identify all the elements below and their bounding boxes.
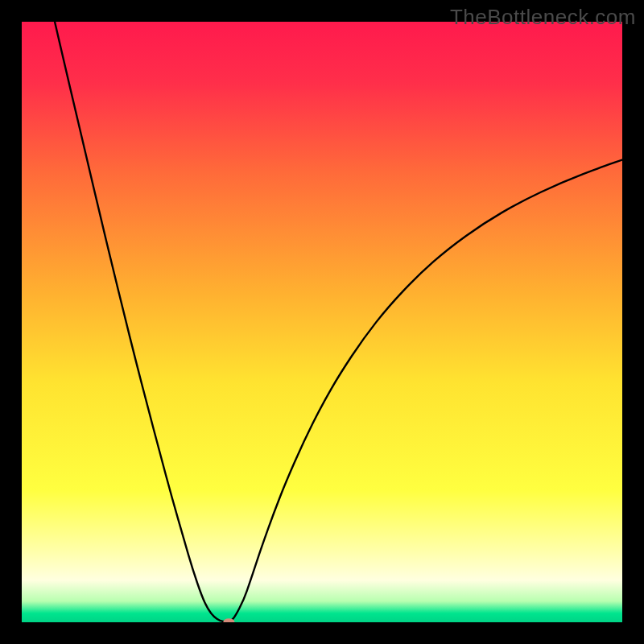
optimal-point-marker [22, 22, 622, 622]
plot-area [22, 22, 622, 622]
watermark-text: TheBottleneck.com [450, 5, 636, 30]
svg-point-1 [223, 618, 234, 622]
chart-frame: TheBottleneck.com [0, 0, 644, 644]
